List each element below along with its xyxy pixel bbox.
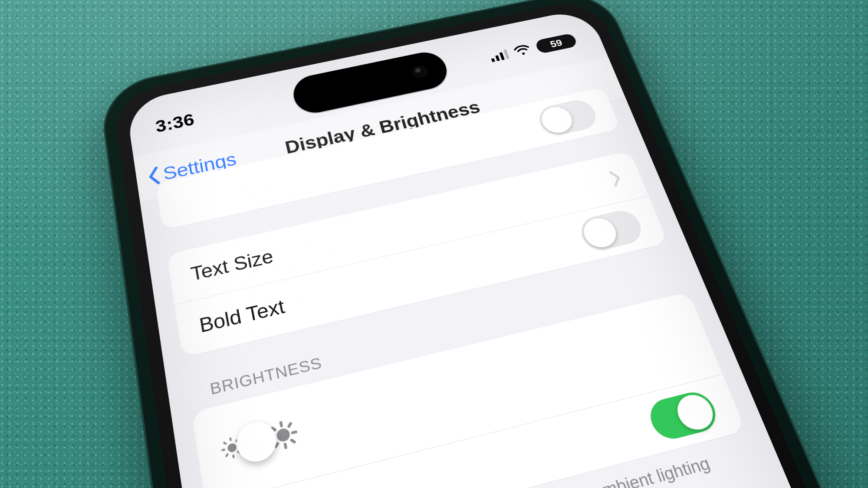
battery-pill: 59 bbox=[534, 33, 578, 54]
chevron-right-icon bbox=[608, 170, 624, 187]
phone-stage: 3:36 59 bbox=[0, 0, 868, 488]
svg-point-1 bbox=[276, 428, 290, 442]
cellular-icon bbox=[489, 49, 510, 62]
automatic-toggle[interactable] bbox=[535, 98, 600, 138]
svg-point-0 bbox=[227, 443, 237, 452]
brightness-slider[interactable] bbox=[256, 439, 257, 444]
chevron-left-icon bbox=[146, 166, 162, 187]
status-clock: 3:36 bbox=[154, 110, 196, 136]
phone-screen: 3:36 59 bbox=[125, 8, 868, 488]
label-text-size: Text Size bbox=[189, 246, 275, 285]
bold-text-toggle[interactable] bbox=[577, 208, 646, 253]
label-bold-text: Bold Text bbox=[198, 295, 287, 337]
phone: 3:36 59 bbox=[117, 1, 868, 488]
true-tone-toggle[interactable] bbox=[645, 388, 722, 443]
wifi-icon bbox=[513, 44, 532, 57]
